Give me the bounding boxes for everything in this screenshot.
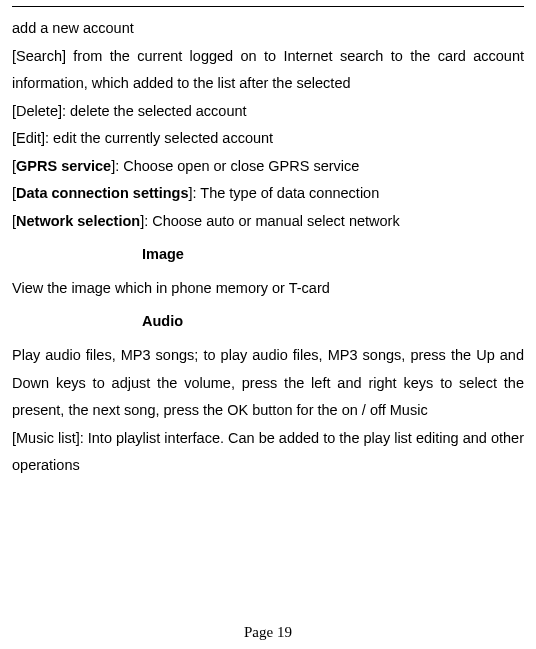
text-line-edit: [Edit]: edit the currently selected acco… bbox=[12, 125, 524, 153]
document-body: add a new account [Search] from the curr… bbox=[12, 15, 524, 480]
audio-section-para2: [Music list]: Into playlist interface. C… bbox=[12, 425, 524, 480]
top-divider bbox=[12, 6, 524, 7]
gprs-service-label: GPRS service bbox=[16, 158, 111, 174]
heading-audio: Audio bbox=[142, 308, 524, 336]
audio-section-para1: Play audio files, MP3 songs; to play aud… bbox=[12, 342, 524, 425]
gprs-service-desc: ]: Choose open or close GPRS service bbox=[111, 158, 359, 174]
text-line-gprs: [GPRS service]: Choose open or close GPR… bbox=[12, 153, 524, 181]
network-selection-label: Network selection bbox=[16, 213, 140, 229]
network-selection-desc: ]: Choose auto or manual select network bbox=[140, 213, 400, 229]
data-connection-desc: ]: The type of data connection bbox=[188, 185, 379, 201]
text-line-add-account: add a new account bbox=[12, 15, 524, 43]
data-connection-label: Data connection settings bbox=[16, 185, 188, 201]
image-section-text: View the image which in phone memory or … bbox=[12, 275, 524, 303]
text-line-search: [Search] from the current logged on to I… bbox=[12, 43, 524, 98]
text-line-delete: [Delete]: delete the selected account bbox=[12, 98, 524, 126]
text-line-data-connection: [Data connection settings]: The type of … bbox=[12, 180, 524, 208]
heading-image: Image bbox=[142, 241, 524, 269]
text-line-network-selection: [Network selection]: Choose auto or manu… bbox=[12, 208, 524, 236]
page-number: Page 19 bbox=[0, 624, 536, 641]
